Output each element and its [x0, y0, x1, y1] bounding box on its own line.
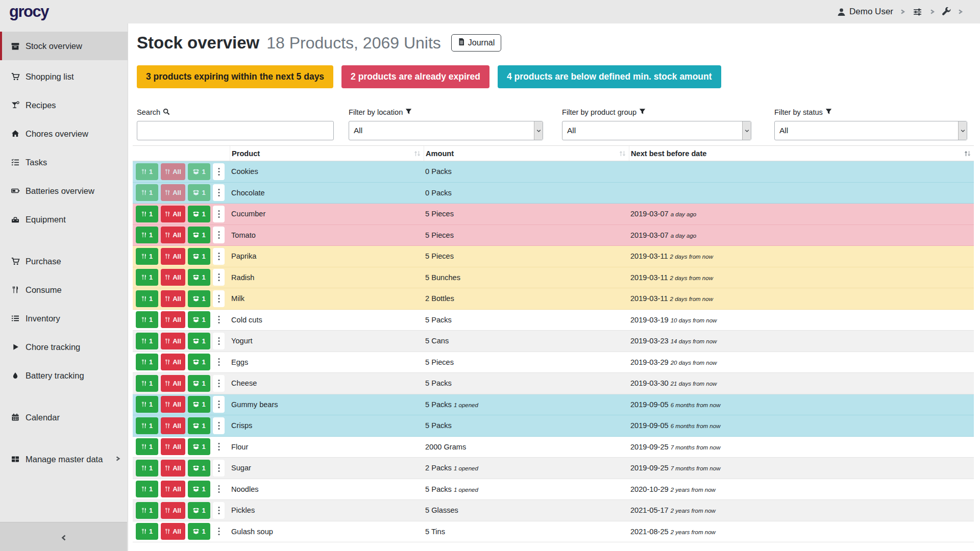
consume-one-button[interactable]: 1: [136, 248, 158, 265]
consume-one-button[interactable]: 1: [136, 396, 158, 413]
open-one-button[interactable]: 1: [188, 227, 210, 243]
row-menu-button[interactable]: [213, 206, 225, 222]
sidebar-item-purchase[interactable]: Purchase: [0, 251, 128, 271]
sidebar-item-shopping-list[interactable]: Shopping list: [0, 66, 128, 87]
open-one-button[interactable]: 1: [188, 163, 210, 180]
row-menu-button[interactable]: [213, 184, 225, 201]
open-one-button[interactable]: 1: [188, 184, 210, 201]
settings-menu-button[interactable]: [912, 8, 923, 16]
consume-one-button[interactable]: 1: [136, 333, 158, 349]
product-column-header[interactable]: Product: [230, 146, 424, 161]
sidebar-item-chore-tracking[interactable]: Chore tracking: [0, 337, 128, 357]
consume-one-button[interactable]: 1: [136, 227, 158, 243]
open-one-button[interactable]: 1: [188, 333, 210, 349]
consume-all-button[interactable]: All: [161, 206, 185, 222]
row-menu-button[interactable]: [213, 227, 225, 243]
sidebar-item-consume[interactable]: Consume: [0, 280, 128, 300]
sidebar-item-battery-tracking[interactable]: Battery tracking: [0, 365, 128, 386]
consume-all-button[interactable]: All: [161, 333, 185, 349]
expired-alert-badge[interactable]: 2 products are already expired: [341, 65, 489, 88]
consume-all-button[interactable]: All: [161, 184, 185, 201]
consume-all-button[interactable]: All: [161, 311, 185, 328]
consume-all-button[interactable]: All: [161, 354, 185, 370]
location-filter-select[interactable]: All: [349, 121, 543, 140]
user-menu-button[interactable]: Demo User: [837, 7, 893, 17]
row-menu-button[interactable]: [213, 248, 225, 265]
sidebar-item-stock-overview[interactable]: Stock overview: [0, 32, 128, 60]
amount-column-header[interactable]: Amount: [424, 146, 629, 161]
consume-all-button[interactable]: All: [161, 163, 185, 180]
consume-all-button[interactable]: All: [161, 396, 185, 413]
chevron-right-icon[interactable]: [958, 8, 963, 15]
open-one-button[interactable]: 1: [188, 290, 210, 307]
row-menu-button[interactable]: [213, 375, 225, 392]
row-menu-button[interactable]: [213, 417, 225, 434]
row-menu-button[interactable]: [213, 460, 225, 477]
row-menu-button[interactable]: [213, 502, 225, 519]
product-group-filter-select[interactable]: All: [562, 121, 751, 140]
open-one-button[interactable]: 1: [188, 502, 210, 519]
sort-icon[interactable]: [964, 150, 971, 157]
open-one-button[interactable]: 1: [188, 269, 210, 286]
row-menu-button[interactable]: [213, 333, 225, 349]
consume-one-button[interactable]: 1: [136, 375, 158, 392]
row-menu-button[interactable]: [213, 163, 225, 180]
collapse-left-icon[interactable]: [61, 534, 67, 551]
open-one-button[interactable]: 1: [188, 354, 210, 370]
open-one-button[interactable]: 1: [188, 417, 210, 434]
consume-all-button[interactable]: All: [161, 248, 185, 265]
consume-one-button[interactable]: 1: [136, 502, 158, 519]
open-one-button[interactable]: 1: [188, 375, 210, 392]
consume-one-button[interactable]: 1: [136, 481, 158, 497]
consume-all-button[interactable]: All: [161, 269, 185, 286]
consume-one-button[interactable]: 1: [136, 269, 158, 286]
sidebar-item-manage-master-data[interactable]: Manage master data: [0, 449, 128, 469]
consume-one-button[interactable]: 1: [136, 290, 158, 307]
open-one-button[interactable]: 1: [188, 438, 210, 455]
consume-one-button[interactable]: 1: [136, 523, 158, 540]
consume-all-button[interactable]: All: [161, 502, 185, 519]
row-menu-button[interactable]: [213, 438, 225, 455]
chevron-right-icon[interactable]: [929, 8, 935, 15]
journal-button[interactable]: Journal: [451, 34, 501, 52]
open-one-button[interactable]: 1: [188, 460, 210, 477]
consume-all-button[interactable]: All: [161, 460, 185, 477]
expiring-alert-badge[interactable]: 3 products expiring within the next 5 da…: [137, 65, 333, 88]
grocy-logo[interactable]: grocy: [9, 0, 48, 23]
open-one-button[interactable]: 1: [188, 523, 210, 540]
below-min-stock-alert-badge[interactable]: 4 products are below defined min. stock …: [498, 65, 721, 88]
sort-icon[interactable]: [619, 150, 626, 157]
sidebar-item-inventory[interactable]: Inventory: [0, 308, 128, 329]
consume-one-button[interactable]: 1: [136, 311, 158, 328]
row-menu-button[interactable]: [213, 523, 225, 540]
consume-one-button[interactable]: 1: [136, 184, 158, 201]
admin-menu-button[interactable]: [942, 7, 951, 16]
sidebar-item-batteries-overview[interactable]: Batteries overview: [0, 181, 128, 201]
row-menu-button[interactable]: [213, 311, 225, 328]
open-one-button[interactable]: 1: [188, 206, 210, 222]
sort-icon[interactable]: [414, 150, 421, 157]
consume-one-button[interactable]: 1: [136, 354, 158, 370]
open-one-button[interactable]: 1: [188, 396, 210, 413]
consume-one-button[interactable]: 1: [136, 163, 158, 180]
consume-all-button[interactable]: All: [161, 523, 185, 540]
row-menu-button[interactable]: [213, 269, 225, 286]
sidebar-item-calendar[interactable]: Calendar: [0, 407, 128, 428]
sidebar-item-tasks[interactable]: Tasks: [0, 152, 128, 172]
sidebar-item-recipes[interactable]: Recipes: [0, 95, 128, 115]
sidebar-collapse-bar[interactable]: [0, 522, 127, 551]
consume-one-button[interactable]: 1: [136, 438, 158, 455]
consume-all-button[interactable]: All: [161, 375, 185, 392]
consume-all-button[interactable]: All: [161, 438, 185, 455]
chevron-right-icon[interactable]: [900, 8, 905, 15]
open-one-button[interactable]: 1: [188, 481, 210, 497]
consume-all-button[interactable]: All: [161, 227, 185, 243]
status-filter-select[interactable]: All: [774, 121, 967, 140]
row-menu-button[interactable]: [213, 290, 225, 307]
row-menu-button[interactable]: [213, 354, 225, 370]
row-menu-button[interactable]: [213, 481, 225, 497]
consume-all-button[interactable]: All: [161, 290, 185, 307]
consume-one-button[interactable]: 1: [136, 460, 158, 477]
consume-all-button[interactable]: All: [161, 417, 185, 434]
consume-one-button[interactable]: 1: [136, 206, 158, 222]
